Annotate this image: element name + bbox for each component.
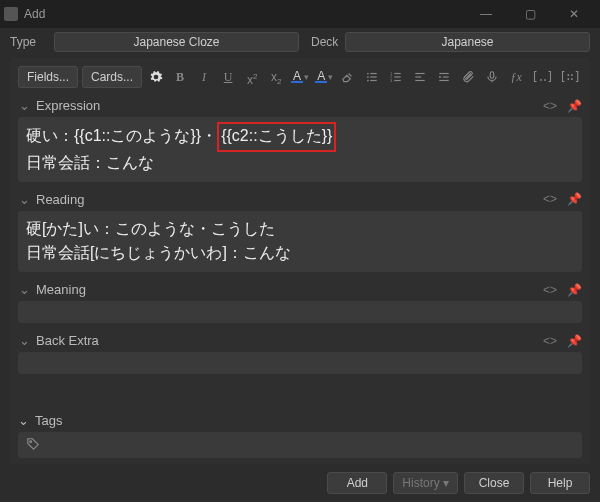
fields-button[interactable]: Fields...	[18, 66, 78, 88]
svg-rect-13	[416, 76, 422, 77]
svg-rect-1	[370, 73, 376, 74]
svg-rect-3	[370, 76, 376, 77]
svg-rect-15	[440, 73, 449, 74]
tags-input[interactable]	[18, 432, 582, 458]
toolbar: Fields... Cards... B I U x2 x2 A ▾ A ▾	[18, 66, 582, 88]
eraser-icon[interactable]	[338, 66, 358, 88]
cloze-icon[interactable]: [‥]	[530, 66, 554, 88]
tags-label: Tags	[35, 413, 62, 428]
history-button[interactable]: History ▾	[393, 472, 458, 494]
help-button[interactable]: Help	[530, 472, 590, 494]
window-title: Add	[24, 7, 464, 21]
svg-rect-7	[394, 76, 400, 77]
svg-rect-12	[416, 73, 425, 74]
svg-text:3: 3	[390, 79, 392, 83]
chevron-down-icon[interactable]: ⌄	[18, 413, 29, 428]
highlight-color-icon[interactable]: A ▾	[314, 66, 334, 88]
pin-icon[interactable]: 📌	[567, 192, 582, 206]
html-toggle-icon[interactable]: <>	[543, 334, 557, 348]
svg-rect-5	[370, 80, 376, 81]
svg-point-19	[30, 440, 32, 442]
svg-rect-16	[443, 76, 449, 77]
reading-input[interactable]: 硬[かた]い：このような・こうした 日常会話[にちじょうかいわ]：こんな	[18, 211, 582, 273]
bold-icon[interactable]: B	[170, 66, 190, 88]
pin-icon[interactable]: 📌	[567, 99, 582, 113]
html-toggle-icon[interactable]: <>	[543, 99, 557, 113]
expression-text-part1: 硬い：{{c1::このような}}・	[26, 127, 217, 144]
bottom-bar: Add History ▾ Close Help	[0, 464, 600, 502]
ordered-list-icon[interactable]: 123	[386, 66, 406, 88]
attachment-icon[interactable]	[458, 66, 478, 88]
indent-icon[interactable]	[434, 66, 454, 88]
expression-text-line2: 日常会話：こんな	[26, 151, 574, 176]
cloze-same-icon[interactable]: [∷]	[558, 66, 582, 88]
underline-icon[interactable]: U	[218, 66, 238, 88]
chevron-down-icon[interactable]: ⌄	[18, 192, 30, 207]
maximize-button[interactable]: ▢	[508, 0, 552, 28]
field-meaning: ⌄ Meaning <> 📌	[18, 282, 582, 323]
reading-text-line1: 硬[かた]い：このような・こうした	[26, 217, 574, 242]
svg-rect-17	[440, 80, 449, 81]
expression-input[interactable]: 硬い：{{c1::このような}}・{{c2::こうした}} 日常会話：こんな	[18, 117, 582, 182]
cards-button[interactable]: Cards...	[82, 66, 142, 88]
chevron-down-icon[interactable]: ⌄	[18, 98, 30, 113]
close-button[interactable]: Close	[464, 472, 524, 494]
microphone-icon[interactable]	[482, 66, 502, 88]
text-color-icon[interactable]: A ▾	[290, 66, 310, 88]
html-toggle-icon[interactable]: <>	[543, 283, 557, 297]
svg-point-4	[367, 80, 369, 82]
svg-rect-18	[491, 72, 495, 78]
type-select[interactable]: Japanese Cloze	[54, 32, 299, 52]
equation-icon[interactable]: ƒx	[506, 66, 526, 88]
svg-rect-14	[416, 80, 425, 81]
pin-icon[interactable]: 📌	[567, 334, 582, 348]
italic-icon[interactable]: I	[194, 66, 214, 88]
field-label: Back Extra	[36, 333, 533, 348]
unordered-list-icon[interactable]	[362, 66, 382, 88]
deck-select[interactable]: Japanese	[345, 32, 590, 52]
field-reading: ⌄ Reading <> 📌 硬[かた]い：このような・こうした 日常会話[にち…	[18, 192, 582, 273]
field-label: Reading	[36, 192, 533, 207]
align-icon[interactable]	[410, 66, 430, 88]
chevron-down-icon[interactable]: ⌄	[18, 333, 30, 348]
minimize-button[interactable]: —	[464, 0, 508, 28]
type-deck-row: Type Japanese Cloze Deck Japanese	[0, 28, 600, 58]
app-icon	[4, 7, 18, 21]
field-label: Meaning	[36, 282, 533, 297]
subscript-icon[interactable]: x2	[266, 66, 286, 88]
close-window-button[interactable]: ✕	[552, 0, 596, 28]
svg-rect-6	[394, 73, 400, 74]
gear-icon[interactable]	[146, 66, 166, 88]
field-label: Expression	[36, 98, 533, 113]
html-toggle-icon[interactable]: <>	[543, 192, 557, 206]
meaning-input[interactable]	[18, 301, 582, 323]
pin-icon[interactable]: 📌	[567, 283, 582, 297]
svg-rect-8	[394, 80, 400, 81]
deck-label: Deck	[305, 35, 339, 49]
svg-point-2	[367, 76, 369, 78]
editor-panel: Fields... Cards... B I U x2 x2 A ▾ A ▾	[10, 58, 590, 464]
tag-icon	[26, 437, 40, 454]
chevron-down-icon[interactable]: ⌄	[18, 282, 30, 297]
reading-text-line2: 日常会話[にちじょうかいわ]：こんな	[26, 241, 574, 266]
back-extra-input[interactable]	[18, 352, 582, 374]
field-back-extra: ⌄ Back Extra <> 📌	[18, 333, 582, 374]
superscript-icon[interactable]: x2	[242, 66, 262, 88]
field-expression: ⌄ Expression <> 📌 硬い：{{c1::このような}}・{{c2:…	[18, 98, 582, 182]
add-button[interactable]: Add	[327, 472, 387, 494]
svg-point-0	[367, 73, 369, 75]
type-label: Type	[10, 35, 48, 49]
expression-highlight-c2: {{c2::こうした}}	[217, 122, 336, 152]
titlebar: Add — ▢ ✕	[0, 0, 600, 28]
